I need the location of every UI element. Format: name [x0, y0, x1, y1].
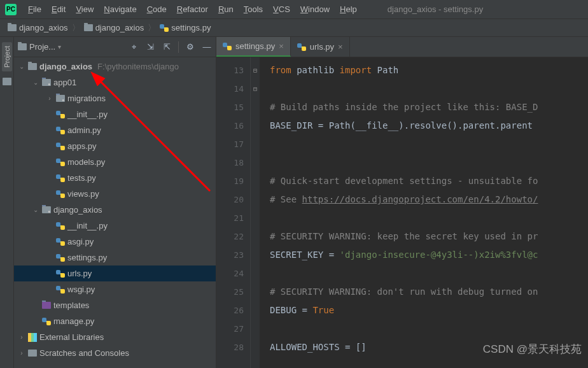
dropdown-icon[interactable]: ▾ — [58, 43, 61, 50]
python-file-icon — [56, 253, 65, 262]
tree-item-label: models.py — [67, 157, 105, 167]
tree-item[interactable]: ⌄django_axiosF:\pythonitems\django — [14, 59, 216, 74]
menu-code[interactable]: Code — [142, 3, 172, 16]
tree-item-label: templates — [53, 301, 89, 310]
menu-window[interactable]: Window — [295, 3, 335, 16]
package-icon — [56, 95, 65, 102]
tree-item[interactable]: models.py — [14, 154, 216, 170]
breadcrumb-item[interactable]: django_axios — [5, 23, 71, 32]
tree-item[interactable]: ›Scratches and Consoles — [14, 345, 216, 361]
tree-item-label: django_axios — [53, 205, 102, 215]
tree-item[interactable]: __init__.py — [14, 218, 216, 234]
python-file-icon — [297, 43, 306, 52]
collapse-icon[interactable]: ⇱ — [162, 42, 172, 52]
breadcrumb-bar: django_axios〉django_axios〉settings.py — [0, 19, 588, 37]
project-sidebar: Proje... ▾ ⌖ ⇲ ⇱ ⚙ — ⌄django_axiosF:\pyt… — [14, 37, 216, 368]
tree-item[interactable]: admin.py — [14, 122, 216, 138]
python-file-icon — [56, 142, 65, 151]
breadcrumb-item[interactable]: settings.py — [157, 23, 213, 32]
py-icon — [160, 24, 169, 32]
editor-tabs: settings.py×urls.py× — [216, 37, 588, 57]
package-icon — [42, 206, 51, 213]
python-file-icon — [56, 285, 65, 294]
tree-item-path: F:\pythonitems\django — [97, 62, 179, 71]
expand-icon[interactable]: ⇲ — [145, 42, 155, 52]
editor: settings.py×urls.py× 1314151617181920212… — [216, 37, 588, 368]
menu-vcs[interactable]: VCS — [268, 3, 295, 16]
expand-arrow-icon[interactable]: ⌄ — [32, 79, 39, 86]
project-header-icon — [18, 43, 27, 50]
folder-icon — [28, 63, 37, 70]
fold-gutter[interactable]: ⊟⊟ — [251, 57, 260, 368]
tree-item[interactable]: ⌄app01 — [14, 74, 216, 90]
tree-item[interactable]: tests.py — [14, 170, 216, 186]
tree-item[interactable]: urls.py — [14, 265, 216, 281]
python-file-icon — [56, 174, 65, 183]
menu-refactor[interactable]: Refactor — [172, 3, 213, 16]
tree-item-label: apps.py — [67, 141, 97, 151]
breadcrumb-separator: 〉 — [71, 22, 81, 34]
line-number-gutter[interactable]: 13141516171819202122232425262728 — [216, 57, 251, 368]
tree-item[interactable]: ›External Libraries — [14, 329, 216, 345]
tree-item[interactable]: ›migrations — [14, 90, 216, 106]
close-tab-icon[interactable]: × — [279, 41, 284, 51]
package-icon — [42, 79, 51, 86]
tree-item[interactable]: manage.py — [14, 313, 216, 329]
python-file-icon — [42, 317, 51, 326]
tree-item-label: External Libraries — [39, 332, 104, 342]
python-file-icon — [56, 190, 65, 199]
tree-item-label: tests.py — [67, 173, 96, 183]
tree-item[interactable]: apps.py — [14, 138, 216, 154]
tree-item-label: django_axios — [39, 62, 92, 71]
app-icon: PC — [5, 4, 17, 15]
python-file-icon — [223, 42, 232, 51]
python-file-icon — [56, 237, 65, 246]
code-content[interactable]: from pathlib import Path # Build paths i… — [260, 57, 588, 368]
titlebar: PC FileEditViewNavigateCodeRefactorRunTo… — [0, 0, 588, 19]
library-icon — [28, 333, 37, 342]
expand-arrow-icon[interactable]: ⌄ — [32, 206, 39, 213]
editor-tab[interactable]: settings.py× — [216, 37, 291, 57]
main-menu: FileEditViewNavigateCodeRefactorRunTools… — [23, 3, 362, 16]
menu-help[interactable]: Help — [335, 3, 362, 16]
tree-item-label: urls.py — [67, 269, 92, 278]
tree-item[interactable]: settings.py — [14, 250, 216, 265]
menu-tools[interactable]: Tools — [239, 3, 268, 16]
menu-edit[interactable]: Edit — [46, 3, 71, 16]
locate-icon[interactable]: ⌖ — [129, 42, 139, 52]
minimize-icon[interactable]: — — [202, 42, 212, 52]
expand-arrow-icon[interactable]: › — [18, 350, 25, 357]
menu-view[interactable]: View — [71, 3, 99, 16]
project-tree[interactable]: ⌄django_axiosF:\pythonitems\django⌄app01… — [14, 57, 216, 368]
tree-item-label: __init__.py — [67, 110, 108, 119]
breadcrumb-item[interactable]: django_axios — [81, 23, 147, 32]
tree-item-label: admin.py — [67, 125, 101, 135]
window-title: django_axios - settings.py — [388, 4, 483, 14]
tree-item-label: wsgi.py — [67, 285, 95, 294]
python-file-icon — [56, 110, 65, 119]
menu-file[interactable]: File — [23, 3, 46, 16]
tree-item[interactable]: views.py — [14, 186, 216, 202]
expand-arrow-icon[interactable]: › — [18, 334, 25, 341]
settings-icon[interactable]: ⚙ — [185, 42, 195, 52]
menu-navigate[interactable]: Navigate — [99, 3, 141, 16]
editor-tab[interactable]: urls.py× — [291, 37, 350, 57]
divider — [178, 41, 179, 53]
project-tool-tab[interactable]: Project — [2, 42, 12, 71]
tree-item-label: app01 — [53, 78, 76, 87]
tree-item[interactable]: ⌄django_axios — [14, 202, 216, 218]
watermark: CSDN @景天科技苑 — [483, 342, 582, 357]
tree-item-label: settings.py — [67, 253, 107, 262]
tree-item[interactable]: __init__.py — [14, 106, 216, 122]
menu-run[interactable]: Run — [213, 3, 239, 16]
tree-item[interactable]: asgi.py — [14, 234, 216, 250]
expand-arrow-icon[interactable]: ⌄ — [18, 63, 25, 70]
sidebar-title[interactable]: Proje... — [29, 42, 55, 52]
tree-item-label: views.py — [67, 189, 99, 199]
sidebar-header: Proje... ▾ ⌖ ⇲ ⇱ ⚙ — — [14, 37, 216, 57]
tree-item[interactable]: templates — [14, 297, 216, 313]
tree-item[interactable]: wsgi.py — [14, 281, 216, 297]
structure-icon[interactable] — [3, 78, 11, 85]
expand-arrow-icon[interactable]: › — [46, 95, 53, 102]
close-tab-icon[interactable]: × — [338, 42, 343, 52]
